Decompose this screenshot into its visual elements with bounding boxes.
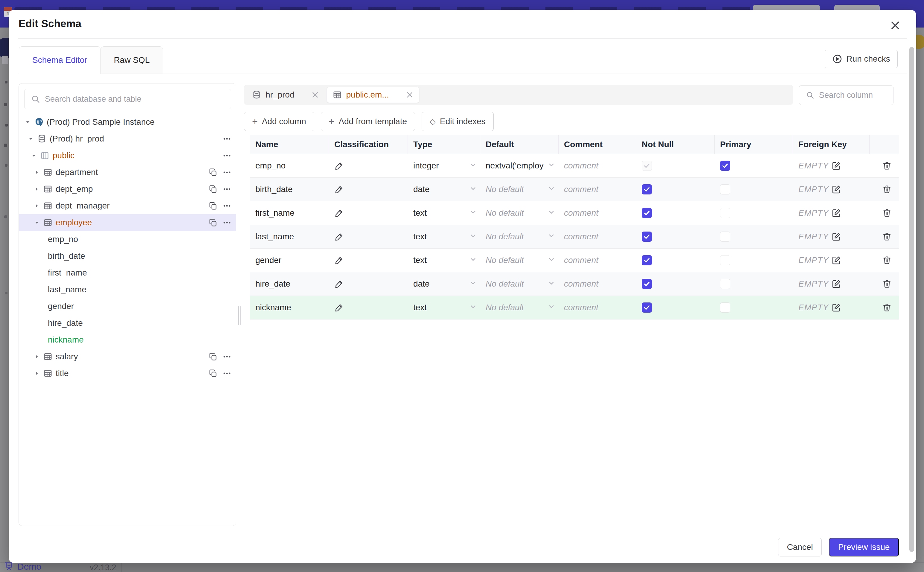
not-null-checkbox[interactable] — [642, 255, 652, 265]
edit-foreign-key-icon[interactable] — [832, 232, 841, 241]
tree-item-nickname[interactable]: nickname — [19, 331, 236, 348]
chevron-down-icon[interactable] — [547, 255, 556, 266]
more-actions-icon[interactable] — [222, 352, 231, 361]
comment-input[interactable]: comment — [558, 154, 636, 177]
tree-item-public[interactable]: public — [19, 147, 236, 164]
more-actions-icon[interactable] — [222, 134, 231, 143]
chevron-down-icon[interactable] — [469, 232, 477, 242]
copy-table-icon[interactable] — [209, 168, 218, 177]
primary-key-checkbox[interactable] — [720, 302, 730, 312]
comment-input[interactable]: comment — [558, 296, 636, 319]
copy-table-icon[interactable] — [209, 369, 218, 378]
column-search-input[interactable] — [819, 90, 893, 100]
column-name-cell[interactable]: nickname — [250, 296, 329, 319]
type-select[interactable]: date — [408, 178, 480, 201]
more-actions-icon[interactable] — [222, 168, 231, 177]
cancel-button[interactable]: Cancel — [778, 538, 822, 556]
tree-item-dept-manager[interactable]: dept_manager — [19, 197, 236, 214]
chevron-down-icon[interactable] — [547, 302, 556, 313]
default-select[interactable]: No default — [480, 225, 558, 248]
editor-tab-hr-prod[interactable]: hr_prod — [247, 87, 324, 103]
delete-column-icon[interactable] — [882, 208, 892, 218]
copy-table-icon[interactable] — [209, 352, 218, 361]
edit-classification-icon[interactable] — [334, 161, 344, 171]
not-null-checkbox[interactable] — [642, 208, 652, 218]
comment-input[interactable]: comment — [558, 249, 636, 272]
tree-item-gender[interactable]: gender — [19, 298, 236, 315]
tree-item--prod-prod-sample-instance[interactable]: (Prod) Prod Sample Instance — [19, 114, 236, 131]
default-select[interactable]: nextval('employ — [480, 154, 558, 177]
type-select[interactable]: text — [408, 296, 480, 319]
more-actions-icon[interactable] — [222, 369, 231, 378]
comment-input[interactable]: comment — [558, 201, 636, 225]
tree-item-dept-emp[interactable]: dept_emp — [19, 181, 236, 197]
chevron-down-icon[interactable] — [547, 232, 556, 242]
tree-item-birth-date[interactable]: birth_date — [19, 248, 236, 264]
close-icon[interactable] — [887, 17, 903, 34]
chevron-down-icon[interactable] — [25, 120, 34, 125]
not-null-checkbox[interactable] — [642, 184, 652, 194]
delete-column-icon[interactable] — [882, 255, 892, 265]
not-null-checkbox[interactable] — [642, 302, 652, 312]
chevron-down-icon[interactable] — [469, 184, 477, 195]
type-select[interactable]: text — [408, 225, 480, 248]
delete-column-icon[interactable] — [882, 185, 892, 194]
chevron-down-icon[interactable] — [547, 184, 556, 195]
column-name-cell[interactable]: emp_no — [250, 154, 329, 177]
edit-indexes-button[interactable]: ◇Edit indexes — [422, 112, 494, 131]
panel-resize-handle[interactable] — [237, 305, 242, 326]
primary-key-checkbox[interactable] — [720, 184, 730, 194]
edit-classification-icon[interactable] — [334, 303, 344, 312]
editor-tab-public-em-[interactable]: public.em... — [327, 87, 419, 103]
comment-input[interactable]: comment — [558, 272, 636, 295]
type-select[interactable]: integer — [408, 154, 480, 177]
edit-foreign-key-icon[interactable] — [832, 161, 841, 171]
chevron-down-icon[interactable] — [469, 255, 477, 266]
dialog-scrollbar[interactable] — [909, 47, 914, 552]
chevron-right-icon[interactable] — [34, 203, 43, 208]
chevron-down-icon[interactable] — [469, 279, 477, 289]
preview-issue-button[interactable]: Preview issue — [829, 538, 899, 556]
delete-column-icon[interactable] — [882, 303, 892, 312]
edit-foreign-key-icon[interactable] — [832, 208, 841, 218]
close-tab-icon[interactable] — [311, 91, 319, 99]
tree-item-emp-no[interactable]: emp_no — [19, 231, 236, 248]
chevron-down-icon[interactable] — [34, 220, 43, 225]
database-search[interactable] — [24, 89, 231, 109]
default-select[interactable]: No default — [480, 296, 558, 319]
tab-schema-editor[interactable]: Schema Editor — [19, 47, 101, 74]
add-column-button[interactable]: +Add column — [244, 112, 314, 131]
edit-foreign-key-icon[interactable] — [832, 255, 841, 265]
more-actions-icon[interactable] — [222, 151, 231, 160]
tree-item-department[interactable]: department — [19, 164, 236, 181]
chevron-right-icon[interactable] — [34, 371, 43, 376]
default-select[interactable]: No default — [480, 272, 558, 295]
primary-key-checkbox[interactable] — [720, 255, 730, 265]
more-actions-icon[interactable] — [222, 201, 231, 210]
primary-key-checkbox[interactable] — [720, 161, 730, 171]
edit-foreign-key-icon[interactable] — [832, 279, 841, 289]
edit-foreign-key-icon[interactable] — [832, 185, 841, 194]
chevron-down-icon[interactable] — [547, 279, 556, 289]
tree-item-last-name[interactable]: last_name — [19, 281, 236, 298]
tab-raw-sql[interactable]: Raw SQL — [101, 47, 163, 74]
primary-key-checkbox[interactable] — [720, 279, 730, 289]
database-search-input[interactable] — [44, 94, 231, 104]
type-select[interactable]: text — [408, 201, 480, 225]
copy-table-icon[interactable] — [209, 201, 218, 210]
tree-item-employee[interactable]: employee — [19, 214, 236, 231]
edit-classification-icon[interactable] — [334, 185, 344, 194]
tree-item-salary[interactable]: salary — [19, 348, 236, 365]
copy-table-icon[interactable] — [209, 185, 218, 194]
chevron-right-icon[interactable] — [34, 187, 43, 192]
demo-link[interactable]: Demo — [17, 561, 41, 572]
column-search[interactable] — [799, 85, 893, 105]
more-actions-icon[interactable] — [222, 185, 231, 194]
type-select[interactable]: text — [408, 249, 480, 272]
edit-classification-icon[interactable] — [334, 208, 344, 218]
primary-key-checkbox[interactable] — [720, 232, 730, 242]
copy-table-icon[interactable] — [209, 218, 218, 227]
chevron-right-icon[interactable] — [34, 354, 43, 359]
tree-item--prod-hr-prod[interactable]: (Prod) hr_prod — [19, 131, 236, 147]
edit-classification-icon[interactable] — [334, 255, 344, 265]
